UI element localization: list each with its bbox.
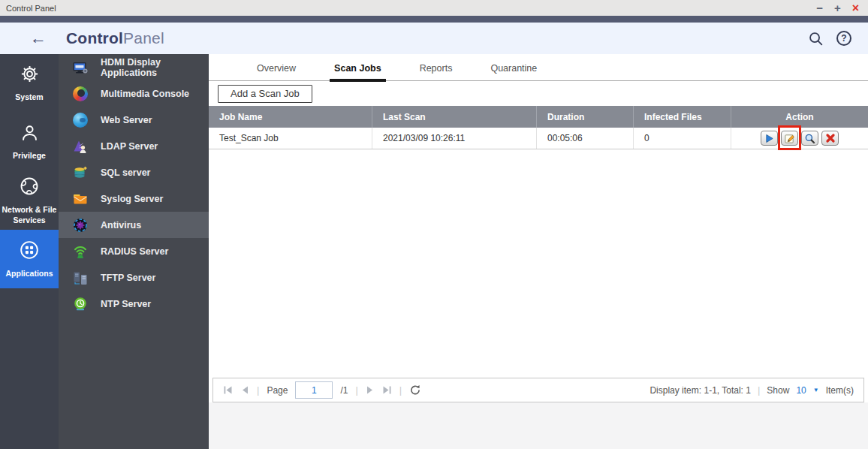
control-panel-window: Control Panel − + × ← ControlPanel ? Sys…: [0, 0, 868, 449]
column-header-job-name[interactable]: Job Name: [209, 106, 372, 128]
table-row: Test_Scan Job 2021/03/09 10:26:11 00:05:…: [209, 128, 868, 149]
sidebar-item-label: Antivirus: [101, 220, 141, 231]
sidebar-item-tftp-server[interactable]: TFTP Server: [59, 264, 209, 291]
sidebar-item-ntp-server[interactable]: NTP Server: [59, 291, 209, 317]
pagination-bar: | Page /1 | | Display item: 1-1, Total: …: [212, 378, 864, 402]
add-scan-job-button[interactable]: Add a Scan Job: [218, 85, 312, 103]
gear-icon: [20, 64, 40, 87]
next-page-icon[interactable]: [366, 385, 374, 395]
cell-infected-files: 0: [634, 128, 731, 149]
ldap-server-icon: [73, 139, 88, 154]
hdmi-display-icon: [73, 60, 88, 75]
items-label: Item(s): [826, 385, 854, 396]
sidebar-item-label: RADIUS Server: [101, 246, 168, 257]
tab-quarantine[interactable]: Quarantine: [486, 63, 541, 80]
search-icon[interactable]: [808, 31, 824, 47]
ntp-server-icon: [73, 297, 88, 312]
tab-reports[interactable]: Reports: [415, 63, 457, 80]
window-controls: − + ×: [816, 2, 859, 14]
sidebar-item-hdmi-display-applications[interactable]: HDMI Display Applications: [59, 54, 209, 80]
delete-x-icon: [825, 133, 836, 143]
sidebar-item-label: Syslog Server: [101, 194, 163, 204]
sidebar-item-label: Multimedia Console: [101, 89, 189, 99]
sidebar-item-web-server[interactable]: Web Server: [59, 107, 209, 133]
sidebar-item-label: NTP Server: [101, 299, 151, 309]
syslog-server-icon: [73, 191, 88, 206]
previous-page-icon[interactable]: [241, 385, 249, 395]
sidebar-item-ldap-server[interactable]: LDAP Server: [59, 133, 209, 159]
sidebar-item-label: HDMI Display Applications: [101, 57, 209, 78]
show-count-value[interactable]: 10: [796, 385, 806, 396]
sidebar-item-label: Network & File Services: [0, 205, 59, 225]
cell-last-scan: 2021/03/09 10:26:11: [372, 128, 537, 149]
edit-button-annotated: [781, 131, 798, 146]
table-empty-area: [209, 149, 868, 378]
close-icon[interactable]: ×: [852, 2, 859, 14]
toolbar: Add a Scan Job: [209, 81, 868, 104]
column-header-action[interactable]: Action: [731, 106, 868, 128]
secondary-sidebar: HDMI Display Applications Multimedia Con…: [59, 54, 209, 449]
sidebar-item-antivirus[interactable]: Antivirus: [59, 212, 209, 238]
sidebar-item-label: SQL server: [101, 167, 150, 178]
footer-area: [209, 402, 868, 449]
total-pages: /1: [340, 385, 348, 396]
last-page-icon[interactable]: [381, 385, 392, 395]
tab-overview[interactable]: Overview: [252, 63, 300, 80]
page-title-light: Panel: [123, 29, 164, 47]
divider: |: [355, 384, 357, 396]
cell-job-name: Test_Scan Job: [209, 128, 372, 149]
minimize-icon[interactable]: −: [816, 2, 823, 14]
column-header-infected-files[interactable]: Infected Files: [634, 106, 731, 128]
play-icon: [764, 134, 774, 143]
tab-scan-jobs[interactable]: Scan Jobs: [330, 63, 386, 80]
column-header-duration[interactable]: Duration: [537, 106, 634, 128]
chevron-down-icon[interactable]: ▼: [813, 387, 819, 393]
sidebar-item-syslog-server[interactable]: Syslog Server: [59, 185, 209, 212]
help-glyph: ?: [841, 33, 846, 44]
app-grid-icon: [19, 240, 40, 264]
view-log-button[interactable]: [801, 131, 818, 146]
page-label: Page: [267, 385, 288, 396]
sidebar-item-radius-server[interactable]: RADIUS Server: [59, 238, 209, 264]
sidebar-item-label: Web Server: [101, 115, 152, 125]
sidebar-item-label: TFTP Server: [101, 273, 155, 283]
run-scan-button[interactable]: [761, 131, 778, 146]
delete-scan-job-button[interactable]: [821, 131, 839, 146]
pagination-controls: | Page /1 | |: [223, 381, 421, 399]
sidebar-item-sql-server[interactable]: SQL server: [59, 159, 209, 185]
sidebar-item-network-file-services[interactable]: Network & File Services: [0, 171, 59, 230]
primary-sidebar: System Privilege Network & File Services…: [0, 54, 59, 449]
magnifier-icon: [804, 133, 815, 144]
page-input[interactable]: [295, 381, 333, 399]
column-header-last-scan[interactable]: Last Scan: [372, 106, 537, 128]
window-title: Control Panel: [6, 4, 56, 13]
pagination-summary: Display item: 1-1, Total: 1 | Show 10 ▼ …: [649, 384, 854, 396]
back-arrow-icon[interactable]: ←: [30, 30, 47, 47]
sidebar-item-label: LDAP Server: [101, 141, 158, 152]
main-content: Overview Scan Jobs Reports Quarantine Ad…: [209, 54, 868, 449]
first-page-icon[interactable]: [223, 385, 234, 395]
maximize-icon[interactable]: +: [834, 2, 841, 14]
sql-server-icon: [73, 165, 88, 180]
titlebar: Control Panel − + ×: [0, 0, 868, 16]
table-header-row: Job Name Last Scan Duration Infected Fil…: [209, 106, 868, 128]
web-server-icon: [73, 113, 88, 128]
divider: |: [399, 384, 402, 396]
globe-icon: [19, 176, 40, 200]
app-header: ← ControlPanel ?: [0, 23, 868, 54]
refresh-icon[interactable]: [409, 384, 421, 396]
edit-pencil-icon: [784, 133, 795, 144]
display-item-text: Display item: 1-1, Total: 1: [649, 385, 751, 396]
sidebar-item-applications[interactable]: Applications: [0, 230, 59, 288]
sidebar-item-privilege[interactable]: Privilege: [0, 113, 59, 171]
divider: |: [257, 384, 259, 396]
show-label: Show: [767, 385, 789, 396]
body: System Privilege Network & File Services…: [0, 54, 868, 449]
sidebar-item-system[interactable]: System: [0, 54, 59, 113]
radius-server-icon: [73, 244, 88, 259]
tftp-server-icon: [73, 270, 88, 285]
sidebar-item-multimedia-console[interactable]: Multimedia Console: [59, 80, 209, 107]
edit-scan-job-button[interactable]: [781, 131, 798, 146]
header-actions: ?: [808, 31, 868, 47]
help-icon[interactable]: ?: [836, 31, 851, 46]
